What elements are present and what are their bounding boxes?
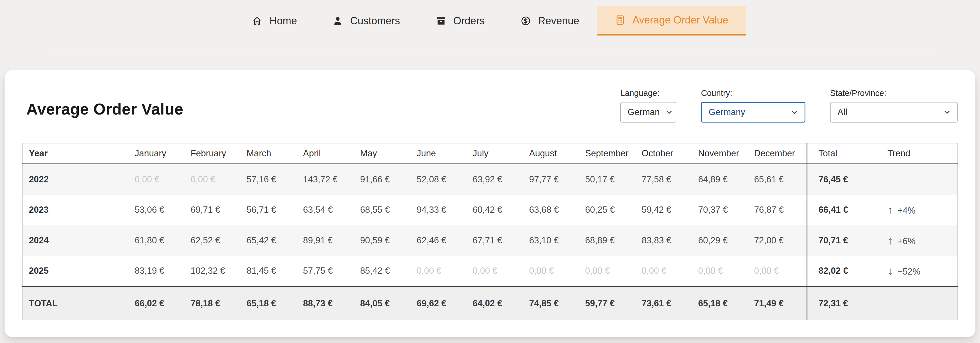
page-title: Average Order Value — [26, 100, 183, 118]
month-value: 59,42 € — [641, 195, 698, 225]
month-value: 0,00 € — [754, 256, 807, 287]
calculator-icon — [615, 14, 626, 26]
month-value: 65,18 € — [246, 287, 302, 321]
month-value: 143,72 € — [303, 164, 360, 195]
filter-state-province: State/Province: All — [830, 88, 958, 123]
trend-cell: ↑+6% — [887, 225, 958, 256]
month-value: 102,32 € — [190, 256, 246, 287]
month-value: 57,75 € — [303, 256, 360, 287]
table-header: YearJanuaryFebruaryMarchAprilMayJuneJuly… — [22, 144, 958, 164]
row-label-total: TOTAL — [22, 287, 135, 321]
column-header-march: March — [246, 144, 302, 164]
month-value: 84,05 € — [360, 287, 416, 321]
column-header-june: June — [417, 144, 472, 164]
nav-item-home[interactable]: Home — [234, 6, 315, 35]
table-row: 202353,06 €69,71 €56,71 €63,54 €68,55 €9… — [22, 195, 958, 225]
month-value: 60,42 € — [472, 195, 529, 225]
month-value: 83,83 € — [641, 225, 698, 256]
month-value: 62,52 € — [190, 225, 246, 256]
column-header-total: Total — [807, 144, 887, 164]
month-value: 94,33 € — [417, 195, 472, 225]
trend-percentage: −52% — [897, 266, 921, 277]
month-value: 89,91 € — [303, 225, 360, 256]
month-value: 63,54 € — [303, 195, 360, 225]
column-header-year: Year — [22, 144, 135, 164]
month-value: 64,02 € — [472, 287, 529, 321]
arrow-up-icon: ↑ — [888, 204, 893, 216]
table-row: 202461,80 €62,52 €65,42 €89,91 €90,59 €6… — [22, 225, 958, 256]
language-filter-label: Language: — [620, 88, 676, 98]
column-header-november: November — [698, 144, 754, 164]
month-value: 90,59 € — [360, 225, 416, 256]
nav-item-label: Customers — [350, 15, 400, 27]
month-value: 50,17 € — [585, 164, 641, 195]
month-value: 91,66 € — [360, 164, 416, 195]
chevron-down-icon — [943, 108, 951, 116]
month-value: 72,00 € — [754, 225, 807, 256]
column-header-september: September — [585, 144, 641, 164]
nav-item-orders[interactable]: Orders — [418, 6, 503, 35]
nav-item-label: Orders — [453, 15, 485, 27]
month-value: 0,00 € — [641, 256, 698, 287]
filter-country: Country: Germany — [701, 88, 805, 123]
arrow-up-icon: ↑ — [888, 235, 893, 247]
month-value: 0,00 € — [417, 256, 472, 287]
row-label-year: 2024 — [22, 225, 135, 256]
table-footer: TOTAL66,02 €78,18 €65,18 €88,73 €84,05 €… — [22, 287, 958, 321]
country-select-value: Germany — [709, 107, 745, 117]
month-value: 66,02 € — [134, 287, 190, 321]
arrow-down-icon: ↓ — [888, 265, 893, 277]
nav-item-label: Revenue — [538, 15, 579, 27]
month-value: 68,89 € — [585, 225, 641, 256]
month-value: 68,55 € — [360, 195, 416, 225]
aov-table: YearJanuaryFebruaryMarchAprilMayJuneJuly… — [22, 143, 958, 321]
month-value: 59,77 € — [585, 287, 641, 321]
state-province-select-value: All — [837, 107, 847, 117]
nav-tabs: HomeCustomersOrdersRevenueAverage Order … — [0, 0, 980, 35]
month-value: 83,19 € — [134, 256, 190, 287]
trend-cell — [887, 287, 958, 321]
month-value: 52,08 € — [417, 164, 472, 195]
country-select[interactable]: Germany — [701, 102, 805, 123]
month-value: 85,42 € — [360, 256, 416, 287]
nav-item-average-order-value[interactable]: Average Order Value — [597, 6, 746, 35]
content-card: Average Order Value Language: German Cou… — [5, 70, 975, 337]
home-icon — [251, 16, 262, 26]
nav-item-customers[interactable]: Customers — [315, 6, 418, 35]
month-value: 63,92 € — [472, 164, 529, 195]
nav-item-revenue[interactable]: Revenue — [503, 6, 597, 35]
table-row: 202583,19 €102,32 €81,45 €57,75 €85,42 €… — [22, 256, 958, 287]
trend-cell: ↓−52% — [887, 256, 958, 287]
month-value: 63,10 € — [529, 225, 585, 256]
month-value: 69,62 € — [417, 287, 472, 321]
nav-item-label: Average Order Value — [633, 14, 729, 26]
trend-cell: ↑+4% — [887, 195, 958, 225]
month-value: 60,29 € — [698, 225, 754, 256]
row-label-year: 2023 — [22, 195, 135, 225]
trend-percentage: +6% — [897, 236, 916, 246]
month-value: 77,58 € — [641, 164, 698, 195]
total-value: 66,41 € — [807, 195, 887, 225]
total-value: 82,02 € — [807, 256, 887, 287]
trend-cell — [887, 164, 958, 195]
month-value: 71,49 € — [754, 287, 807, 321]
month-value: 65,61 € — [754, 164, 807, 195]
column-header-january: January — [134, 144, 190, 164]
total-value: 76,45 € — [807, 164, 887, 195]
table-total-row: TOTAL66,02 €78,18 €65,18 €88,73 €84,05 €… — [22, 287, 958, 321]
state-province-select[interactable]: All — [830, 102, 958, 123]
column-header-october: October — [641, 144, 698, 164]
column-header-august: August — [529, 144, 585, 164]
country-filter-label: Country: — [701, 88, 805, 98]
row-label-year: 2025 — [22, 256, 135, 287]
column-header-july: July — [472, 144, 529, 164]
language-select[interactable]: German — [620, 102, 676, 123]
month-value: 81,45 € — [246, 256, 302, 287]
customers-icon — [332, 16, 343, 26]
month-value: 64,89 € — [698, 164, 754, 195]
filter-language: Language: German — [620, 88, 676, 123]
month-value: 0,00 € — [529, 256, 585, 287]
month-value: 61,80 € — [134, 225, 190, 256]
month-value: 73,61 € — [641, 287, 698, 321]
top-nav: HomeCustomersOrdersRevenueAverage Order … — [0, 0, 980, 53]
